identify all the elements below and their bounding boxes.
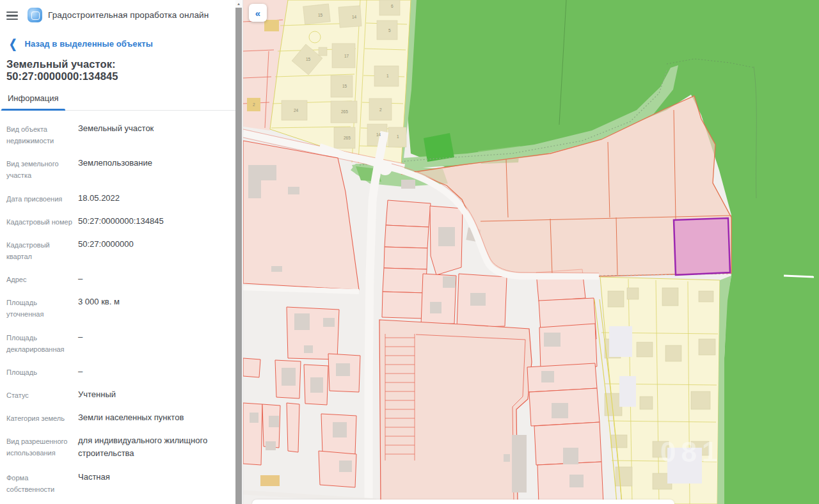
app-window: Градостроительная проработка онлайн ❮ На… [0,0,819,504]
parcel-number-label: 265 [344,136,351,140]
info-row: Вид земельного участка Землепользование [0,152,235,186]
collapse-sidebar-button[interactable]: « [249,4,267,22]
sidebar-scrollbar[interactable]: ▲ [235,0,242,504]
info-row-value: – [78,365,235,378]
back-link[interactable]: ❮ Назад в выделенные объекты [9,39,229,49]
sidebar: Градостроительная проработка онлайн ❮ На… [0,0,243,504]
parcel-number-label: 2 [253,102,255,107]
selected-parcel[interactable] [674,218,730,275]
parcel-number-label: 6 [391,4,394,8]
back-link-label: Назад в выделенные объекты [25,39,153,49]
parcel-number-label: 17 [344,54,349,58]
info-row: Кадастровый квартал 50:27:0000000 [0,233,235,267]
app-logo-icon [28,8,42,22]
info-row: Площадь декларированная – [0,326,235,360]
info-row-value: Частная [78,471,235,495]
info-row: Площадь уточненная 3 000 кв. м [0,290,235,325]
info-row-value: – [78,272,235,285]
parcel-number-label: 1 [386,74,389,78]
info-row-value: Учтенный [78,388,235,401]
parcel-number-label: 265 [341,109,348,114]
info-row: Форма собственности Частная [0,466,235,500]
info-row-value: 3 000 кв. м [78,295,235,320]
cadastral-map: 081 15146515171152242652265141 [243,0,819,504]
sidebar-content: Градостроительная проработка онлайн ❮ На… [0,0,235,504]
info-row-label: Площадь декларированная [6,331,78,355]
parcel-number-label: 5 [388,28,391,33]
info-row: Кадастровая стоимость 10 055 100 руб. [0,500,235,504]
app-title: Градостроительная проработка онлайн [48,10,209,20]
info-row-value: 50:27:0000000:134845 [78,215,235,228]
map-canvas[interactable]: 081 15146515171152242652265141 « [243,0,819,504]
parcel-number-label: 14 [352,15,357,19]
parcel-number-label: 24 [294,108,299,113]
info-row-label: Адрес [6,272,78,285]
info-row: Площадь – [0,360,235,383]
info-row-value: 18.05.2022 [78,192,235,205]
info-row: Вид объекта недвижимости Земельный участ… [0,117,235,152]
info-list: Вид объекта недвижимости Земельный участ… [0,117,235,504]
info-row-label: Статус [6,388,78,401]
tab-information[interactable]: Информация [1,93,65,110]
page-title: Земельный участок: 50:27:0000000:134845 [6,58,229,83]
info-row-label: Вид земельного участка [6,157,78,181]
parcel-number-label: 15 [342,84,347,88]
back-chevron-icon: ❮ [9,38,17,50]
info-row-label: Дата присвоения [6,192,78,205]
info-row-label: Форма собственности [6,471,78,495]
info-row-value: Земли населенных пунктов [78,411,235,424]
menu-icon[interactable] [6,12,18,20]
info-row: Вид разрешенного использования для индив… [0,429,235,465]
info-row-value: – [78,331,235,355]
sidebar-header: Градостроительная проработка онлайн [0,0,235,28]
parcel-number-label: 14 [376,132,381,137]
info-row: Категория земель Земли населенных пункто… [0,406,235,429]
map-bottom-bar [252,500,674,504]
info-row-label: Кадастровый квартал [6,238,78,262]
map-watermark: 081 [660,436,722,468]
parcel-number-label: 15 [306,57,311,61]
parcel-number-label: 15 [318,13,323,17]
info-row-label: Вид разрешенного использования [6,434,78,460]
scrollbar-up-arrow[interactable]: ▲ [235,0,242,8]
info-row-value: 50:27:0000000 [78,238,235,262]
info-row-label: Площадь уточненная [6,295,78,320]
parcel-number-label: 2 [379,107,382,112]
info-row: Статус Учтенный [0,383,235,406]
tan-building [260,475,280,486]
info-row: Дата присвоения 18.05.2022 [0,187,235,210]
scrollbar-thumb[interactable] [235,8,242,504]
parcel-number-label: 1 [397,134,399,139]
info-row-label: Категория земель [6,411,78,424]
info-row-value: Землепользование [78,157,235,181]
info-row: Кадастровый номер 50:27:0000000:134845 [0,210,235,233]
tab-bar: Информация [0,93,235,111]
info-row-label: Вид объекта недвижимости [6,122,78,146]
info-row-label: Площадь [6,365,78,378]
pink-parcel-central-large [379,320,532,503]
info-row-value: Земельный участок [78,122,235,146]
info-row-value: для индивидуального жилищного строительс… [78,434,235,460]
info-row-label: Кадастровый номер [6,215,78,228]
info-row: Адрес – [0,267,235,290]
